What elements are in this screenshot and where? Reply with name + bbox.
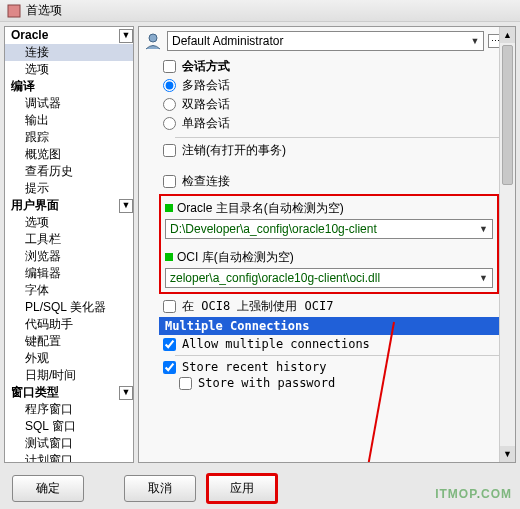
session-title: 会话方式 — [182, 58, 230, 75]
tree-item-options[interactable]: 选项 — [5, 61, 133, 78]
radio-dual[interactable] — [163, 98, 176, 111]
tree-section-oracle[interactable]: Oracle ▼ — [5, 27, 133, 44]
oci-label: OCI 库(自动检测为空) — [177, 250, 294, 264]
titlebar: 首选项 — [0, 0, 520, 22]
checkbox-check-conn[interactable] — [163, 175, 176, 188]
tree-item-connect[interactable]: 连接 — [5, 44, 133, 61]
main-area: Oracle ▼ 连接 选项 编译 调试器 输出 跟踪 概览图 查看历史 提示 … — [0, 22, 520, 467]
status-indicator — [165, 253, 173, 261]
oracle-home-input[interactable]: D:\Developer\a_config\oracle10g-client ▼ — [165, 219, 493, 239]
radio-single[interactable] — [163, 117, 176, 130]
multi-conn-header: Multiple Connections — [159, 317, 499, 335]
watermark: ITMOP.COM — [435, 482, 512, 503]
status-indicator — [165, 204, 173, 212]
tree-item[interactable]: 浏览器 — [5, 248, 133, 265]
checkbox-allow-multi[interactable] — [163, 338, 176, 351]
tree-item[interactable]: 日期/时间 — [5, 367, 133, 384]
tree-item[interactable]: 代码助手 — [5, 316, 133, 333]
chevron-down-icon: ▼ — [470, 36, 479, 46]
tree-section-compile[interactable]: 编译 — [5, 78, 133, 95]
highlight-box: Oracle 主目录名(自动检测为空) D:\Developer\a_confi… — [159, 194, 499, 294]
checkbox-force-oci7[interactable] — [163, 300, 176, 313]
chevron-down-icon: ▼ — [479, 273, 488, 283]
window-title: 首选项 — [26, 2, 62, 19]
tree-item[interactable]: 工具栏 — [5, 231, 133, 248]
chevron-down-icon: ▼ — [479, 224, 488, 234]
tree-item[interactable]: 提示 — [5, 180, 133, 197]
tree-item[interactable]: SQL 窗口 — [5, 418, 133, 435]
tree-item[interactable]: 调试器 — [5, 95, 133, 112]
tree-item[interactable]: 字体 — [5, 282, 133, 299]
cancel-button[interactable]: 取消 — [124, 475, 196, 502]
tree-section-ui[interactable]: 用户界面 ▼ — [5, 197, 133, 214]
chevron-down-icon[interactable]: ▼ — [119, 29, 133, 43]
tree-item[interactable]: 查看历史 — [5, 163, 133, 180]
tree-item[interactable]: 跟踪 — [5, 129, 133, 146]
admin-selector[interactable]: Default Administrator ▼ — [167, 31, 484, 51]
svg-rect-0 — [8, 5, 20, 17]
tree-item[interactable]: 编辑器 — [5, 265, 133, 282]
scroll-up-icon[interactable]: ▲ — [500, 27, 515, 43]
content-panel: Default Administrator ▼ ⋯ * 会话方式 多路会话 双路… — [138, 26, 516, 463]
apply-button[interactable]: 应用 — [206, 473, 278, 504]
scroll-thumb[interactable] — [502, 45, 513, 185]
oci-input[interactable]: zeloper\a_config\oracle10g-client\oci.dl… — [165, 268, 493, 288]
radio-multi[interactable] — [163, 79, 176, 92]
tree-item[interactable]: 测试窗口 — [5, 435, 133, 452]
tree-item[interactable]: 概览图 — [5, 146, 133, 163]
chevron-down-icon[interactable]: ▼ — [119, 386, 133, 400]
svg-point-1 — [149, 34, 157, 42]
scroll-down-icon[interactable]: ▼ — [500, 446, 515, 462]
checkbox-store-recent[interactable] — [163, 361, 176, 374]
user-icon — [143, 32, 163, 50]
checkbox-logoff[interactable] — [163, 144, 176, 157]
chevron-down-icon[interactable]: ▼ — [119, 199, 133, 213]
category-tree[interactable]: Oracle ▼ 连接 选项 编译 调试器 输出 跟踪 概览图 查看历史 提示 … — [4, 26, 134, 463]
tree-item[interactable]: 选项 — [5, 214, 133, 231]
checkbox[interactable] — [163, 60, 176, 73]
tree-item[interactable]: PL/SQL 美化器 — [5, 299, 133, 316]
oracle-home-label: Oracle 主目录名(自动检测为空) — [177, 201, 344, 215]
checkbox-store-passwd[interactable] — [179, 377, 192, 390]
tree-item[interactable]: 外观 — [5, 350, 133, 367]
ok-button[interactable]: 确定 — [12, 475, 84, 502]
tree-item[interactable]: 程序窗口 — [5, 401, 133, 418]
svg-marker-3 — [361, 462, 375, 463]
app-icon — [6, 3, 22, 19]
vertical-scrollbar[interactable]: ▲ ▼ — [499, 27, 515, 462]
tree-item[interactable]: 输出 — [5, 112, 133, 129]
tree-section-wintype[interactable]: 窗口类型 ▼ — [5, 384, 133, 401]
tree-item[interactable]: 键配置 — [5, 333, 133, 350]
tree-item[interactable]: 计划窗口 — [5, 452, 133, 463]
